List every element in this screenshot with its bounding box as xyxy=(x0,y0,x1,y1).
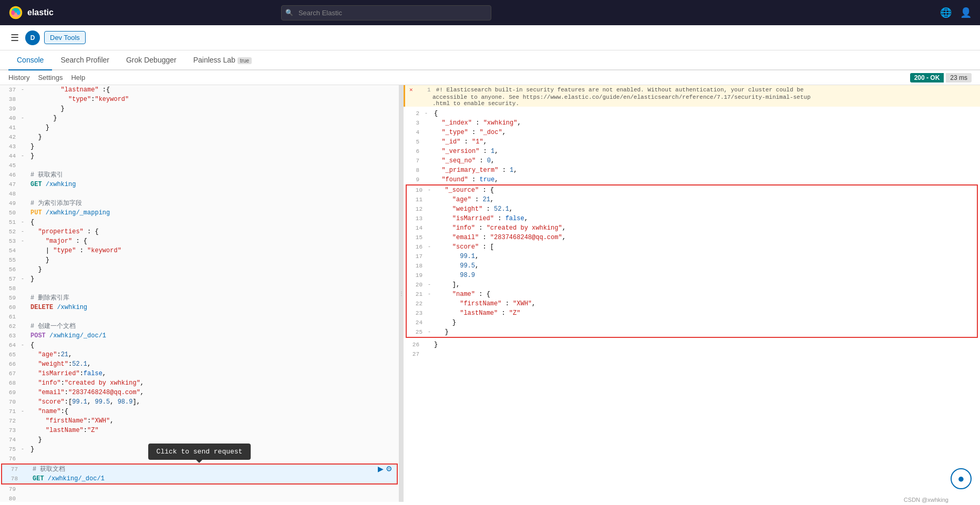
output-row: 7 "_seq_no" : 0, xyxy=(404,156,980,166)
history-link[interactable]: History xyxy=(8,73,29,83)
table-row: 50 PUT /xwhking/_mapping xyxy=(0,208,399,218)
table-row: 43 } xyxy=(0,142,399,151)
table-row: 62 # 创建一个文档 xyxy=(0,322,399,331)
status-badge: 200 - OK 23 ms xyxy=(910,73,972,83)
table-row: 79 xyxy=(0,485,399,494)
line-actions: ▶ ⚙ xyxy=(378,465,393,473)
output-row: 2 - { xyxy=(404,109,980,118)
table-row: 71 - "name":{ xyxy=(0,407,399,416)
user-circle-icon[interactable]: 👤 xyxy=(960,7,972,18)
table-row: 65 "age":21, xyxy=(0,350,399,359)
user-avatar: D xyxy=(25,30,40,45)
warning-text: #! Elasticsearch built-in security featu… xyxy=(436,87,804,93)
search-input[interactable] xyxy=(281,5,491,20)
table-row: 57 - } xyxy=(0,274,399,284)
table-row: 80 xyxy=(0,494,399,502)
svg-point-3 xyxy=(11,11,15,15)
search-icon: 🔍 xyxy=(285,9,293,16)
tab-bar: Console Search Profiler Grok Debugger Pa… xyxy=(0,50,980,70)
table-row: 64 - { xyxy=(0,341,399,350)
table-row: 51 - { xyxy=(0,218,399,227)
warning-icon: ✕ xyxy=(409,86,413,93)
table-row: 49 # 为索引添加字段 xyxy=(0,199,399,208)
output-area[interactable]: ✕ 1 #! Elasticsearch built-in security f… xyxy=(404,85,980,502)
search-bar-container: 🔍 xyxy=(281,5,491,20)
hamburger-button[interactable]: ☰ xyxy=(8,30,21,46)
table-row: 39 } xyxy=(0,104,399,114)
warning-bar: ✕ 1 #! Elasticsearch built-in security f… xyxy=(404,85,980,94)
tab-grok-debugger[interactable]: Grok Debugger xyxy=(118,50,185,70)
svg-point-4 xyxy=(17,11,20,15)
table-row: 42 } xyxy=(0,132,399,142)
red-border-section: 10 - "_source" : { 11 "age" : 21, 12 "we… xyxy=(406,184,978,338)
table-row: 66 "weight":52.1, xyxy=(0,359,399,369)
globe-icon[interactable]: 🌐 xyxy=(940,7,952,18)
output-row: 16 - "score" : [ xyxy=(407,242,977,252)
elastic-logo-text: elastic xyxy=(27,8,54,17)
settings-link[interactable]: Settings xyxy=(38,73,63,83)
table-row: 55 } xyxy=(0,255,399,265)
footer-text: CSDN @xwhking xyxy=(904,497,948,503)
table-row: 63 POST /xwhking/_doc/1 xyxy=(0,331,399,341)
send-request-tooltip: Click to send request xyxy=(148,444,251,460)
floating-help-button[interactable]: ● xyxy=(951,468,972,489)
status-time: 23 ms xyxy=(946,73,972,83)
output-row: 8 "_primary_term" : 1, xyxy=(404,166,980,175)
beta-badge: true xyxy=(238,57,252,64)
table-row: 73 "lastName":"Z" xyxy=(0,426,399,435)
status-ok: 200 - OK xyxy=(910,73,944,83)
output-row: 21 - "name" : { xyxy=(407,290,977,299)
warning-line3: .html to enable security. xyxy=(404,100,980,107)
table-row: 78 GET /xwhking/_doc/1 xyxy=(2,474,397,483)
sub-toolbar: History Settings Help 200 - OK 23 ms xyxy=(0,70,980,85)
output-row: 22 "firstName" : "XWH", xyxy=(407,299,977,308)
table-row: 37 - "lastname" :{ xyxy=(0,85,399,95)
elastic-logo-icon xyxy=(8,5,23,20)
table-row: 59 # 删除索引库 xyxy=(0,293,399,303)
editor-container: 37 - "lastname" :{ 38 "type":"keyword" 3… xyxy=(0,85,980,502)
table-row: 47 GET /xwhking xyxy=(0,180,399,189)
table-row: 40 - } xyxy=(0,114,399,123)
run-button[interactable]: ▶ xyxy=(378,465,384,473)
table-row: 60 DELETE /xwhking xyxy=(0,303,399,312)
dev-tools-button[interactable]: Dev Tools xyxy=(44,31,86,44)
table-row: 41 } xyxy=(0,123,399,132)
warning-line2: accessible to anyone. See https://www.el… xyxy=(404,94,980,100)
top-nav: elastic 🔍 🌐 👤 xyxy=(0,0,980,25)
table-row: 48 xyxy=(0,189,399,199)
table-row: 70 "score":[99.1, 99.5, 98.9], xyxy=(0,397,399,407)
table-row: 52 - "properties" : { xyxy=(0,227,399,236)
output-row: 24 } xyxy=(407,318,977,327)
output-row: 9 "found" : true, xyxy=(404,175,980,184)
table-row: 53 - "major" : { xyxy=(0,236,399,246)
right-panel: ✕ 1 #! Elasticsearch built-in security f… xyxy=(404,85,980,502)
left-editor[interactable]: 37 - "lastname" :{ 38 "type":"keyword" 3… xyxy=(0,85,399,502)
second-bar: ☰ D Dev Tools xyxy=(0,25,980,50)
tab-search-profiler[interactable]: Search Profiler xyxy=(52,50,118,70)
output-row: 6 "_version" : 1, xyxy=(404,147,980,156)
tab-console[interactable]: Console xyxy=(8,50,52,70)
floating-btn-icon: ● xyxy=(957,472,964,486)
elastic-logo[interactable]: elastic xyxy=(8,5,54,20)
output-row: 10 - "_source" : { xyxy=(407,185,977,195)
settings-inline-button[interactable]: ⚙ xyxy=(386,465,393,473)
nav-right: 🌐 👤 xyxy=(940,7,972,18)
output-row: 27 xyxy=(404,349,980,359)
output-row: 4 "_type" : "_doc", xyxy=(404,128,980,137)
output-row: 11 "age" : 21, xyxy=(407,195,977,204)
output-row: 17 99.1, xyxy=(407,252,977,261)
tab-painless-lab[interactable]: Painless Labtrue xyxy=(185,50,260,70)
help-link[interactable]: Help xyxy=(71,73,85,83)
table-row: 54 | "type" : "keyword" xyxy=(0,246,399,255)
output-row: 25 - } xyxy=(407,327,977,337)
output-row: 18 99.5, xyxy=(407,261,977,271)
panel-divider[interactable]: ⋮ xyxy=(399,85,404,502)
output-row: 3 "_index" : "xwhking", xyxy=(404,118,980,128)
table-row: 56 } xyxy=(0,265,399,274)
output-row: 15 "email" : "2837468248@qq.com", xyxy=(407,233,977,242)
output-row: 14 "info" : "created by xwhking", xyxy=(407,223,977,233)
output-row: 13 "isMarried" : false, xyxy=(407,214,977,223)
table-row: 67 "isMarried":false, xyxy=(0,369,399,378)
output-row: 5 "_id" : "1", xyxy=(404,137,980,147)
table-row: 44 - } xyxy=(0,151,399,161)
